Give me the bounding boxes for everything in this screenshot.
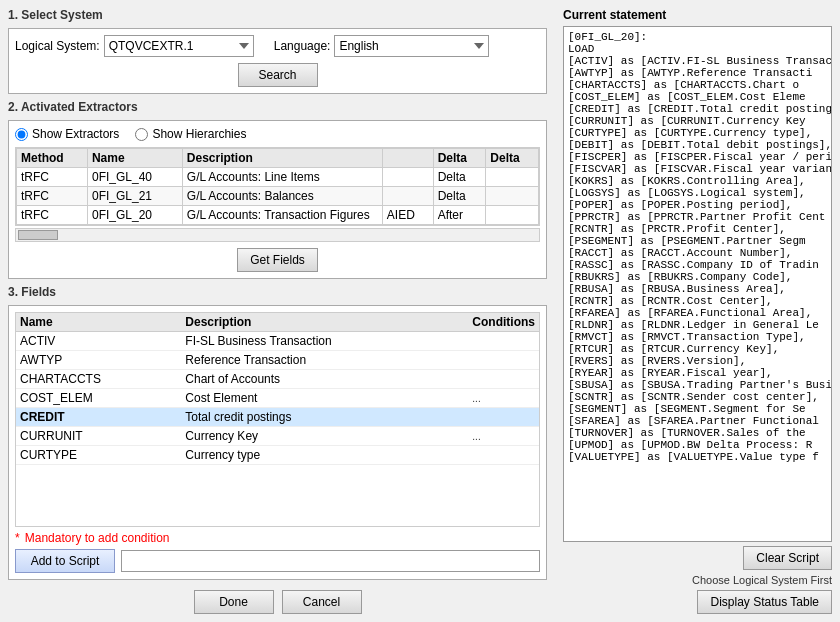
get-fields-button[interactable]: Get Fields (237, 248, 318, 272)
field-name: ACTIV (16, 332, 181, 351)
extractor-delta2 (486, 168, 539, 187)
field-conditions[interactable]: ... (468, 389, 539, 408)
section1: 1. Select System Logical System: QTQVCEX… (8, 8, 547, 94)
extractor-extra (382, 187, 433, 206)
fields-col-name: Name (16, 313, 181, 332)
section1-label: 1. Select System (8, 8, 547, 22)
language-select[interactable]: English (334, 35, 489, 57)
extractor-delta2 (486, 187, 539, 206)
extractor-row[interactable]: tRFC 0FI_GL_40 G/L Accounts: Line Items … (17, 168, 539, 187)
script-input[interactable] (121, 550, 540, 572)
field-row[interactable]: CREDIT Total credit postings (16, 408, 539, 427)
extractor-method: tRFC (17, 187, 88, 206)
field-conditions[interactable]: ... (468, 427, 539, 446)
field-name: CURRUNIT (16, 427, 181, 446)
scroll-thumb (18, 230, 58, 240)
fields-col-description: Description (181, 313, 468, 332)
col-name: Name (87, 149, 182, 168)
extractor-method: tRFC (17, 168, 88, 187)
field-description: Currency Key (181, 427, 468, 446)
field-name: CREDIT (16, 408, 181, 427)
field-row[interactable]: COST_ELEM Cost Element ... (16, 389, 539, 408)
field-description: Reference Transaction (181, 351, 468, 370)
language-label: Language: (274, 39, 331, 53)
fields-col-conditions: Conditions (468, 313, 539, 332)
statement-box: [0FI_GL_20]: LOAD [ACTIV] as [ACTIV.FI-S… (563, 26, 832, 542)
display-status-button[interactable]: Display Status Table (697, 590, 832, 614)
field-row[interactable]: CHARTACCTS Chart of Accounts (16, 370, 539, 389)
field-row[interactable]: CURTYPE Currency type (16, 446, 539, 465)
section3: 3. Fields Name Description Conditions A (8, 285, 547, 580)
field-description: Chart of Accounts (181, 370, 468, 389)
field-name: COST_ELEM (16, 389, 181, 408)
extractor-name: 0FI_GL_40 (87, 168, 182, 187)
field-description: Currency type (181, 446, 468, 465)
extractor-description: G/L Accounts: Line Items (182, 168, 382, 187)
field-row[interactable]: AWTYP Reference Transaction (16, 351, 539, 370)
section3-label: 3. Fields (8, 285, 547, 299)
cancel-button[interactable]: Cancel (282, 590, 362, 614)
fields-list-wrap: Name Description Conditions ACTIV FI-SL … (15, 312, 540, 527)
extractor-extra (382, 168, 433, 187)
col-empty (382, 149, 433, 168)
logical-system-select[interactable]: QTQVCEXTR.1 (104, 35, 254, 57)
choose-system-text: Choose Logical System First (563, 574, 832, 586)
extractor-row[interactable]: tRFC 0FI_GL_20 G/L Accounts: Transaction… (17, 206, 539, 225)
field-conditions (468, 408, 539, 427)
field-description: Total credit postings (181, 408, 468, 427)
extractor-description: G/L Accounts: Balances (182, 187, 382, 206)
section2: 2. Activated Extractors Show Extractors … (8, 100, 547, 279)
field-conditions (468, 332, 539, 351)
field-row[interactable]: CURRUNIT Currency Key ... (16, 427, 539, 446)
add-to-script-button[interactable]: Add to Script (15, 549, 115, 573)
extractor-row[interactable]: tRFC 0FI_GL_21 G/L Accounts: Balances De… (17, 187, 539, 206)
fields-list-table: Name Description Conditions ACTIV FI-SL … (16, 313, 539, 465)
current-statement-label: Current statement (563, 8, 832, 22)
done-button[interactable]: Done (194, 590, 274, 614)
field-description: FI-SL Business Transaction (181, 332, 468, 351)
field-conditions (468, 351, 539, 370)
extractor-delta1: After (433, 206, 486, 225)
bottom-bar: Done Cancel (8, 590, 547, 614)
extractor-name: 0FI_GL_21 (87, 187, 182, 206)
col-method: Method (17, 149, 88, 168)
logical-system-label: Logical System: (15, 39, 100, 53)
search-button[interactable]: Search (238, 63, 318, 87)
field-name: CHARTACCTS (16, 370, 181, 389)
field-name: CURTYPE (16, 446, 181, 465)
extractor-method: tRFC (17, 206, 88, 225)
extractor-name: 0FI_GL_20 (87, 206, 182, 225)
field-row[interactable]: ACTIV FI-SL Business Transaction (16, 332, 539, 351)
col-delta1: Delta (433, 149, 486, 168)
mandatory-note: * Mandatory to add condition (15, 531, 540, 545)
clear-script-button[interactable]: Clear Script (743, 546, 832, 570)
extractor-delta1: Delta (433, 187, 486, 206)
field-conditions (468, 370, 539, 389)
col-description: Description (182, 149, 382, 168)
field-name: AWTYP (16, 351, 181, 370)
extractor-extra: AIED (382, 206, 433, 225)
field-conditions (468, 446, 539, 465)
section2-label: 2. Activated Extractors (8, 100, 547, 114)
extractor-delta1: Delta (433, 168, 486, 187)
show-hierarchies-radio[interactable]: Show Hierarchies (135, 127, 246, 141)
extractor-delta2 (486, 206, 539, 225)
extractor-description: G/L Accounts: Transaction Figures (182, 206, 382, 225)
show-extractors-radio[interactable]: Show Extractors (15, 127, 119, 141)
horizontal-scrollbar[interactable] (15, 228, 540, 242)
extractors-table: Method Name Description Delta Delta tRFC… (16, 148, 539, 225)
col-delta2: Delta (486, 149, 539, 168)
field-description: Cost Element (181, 389, 468, 408)
